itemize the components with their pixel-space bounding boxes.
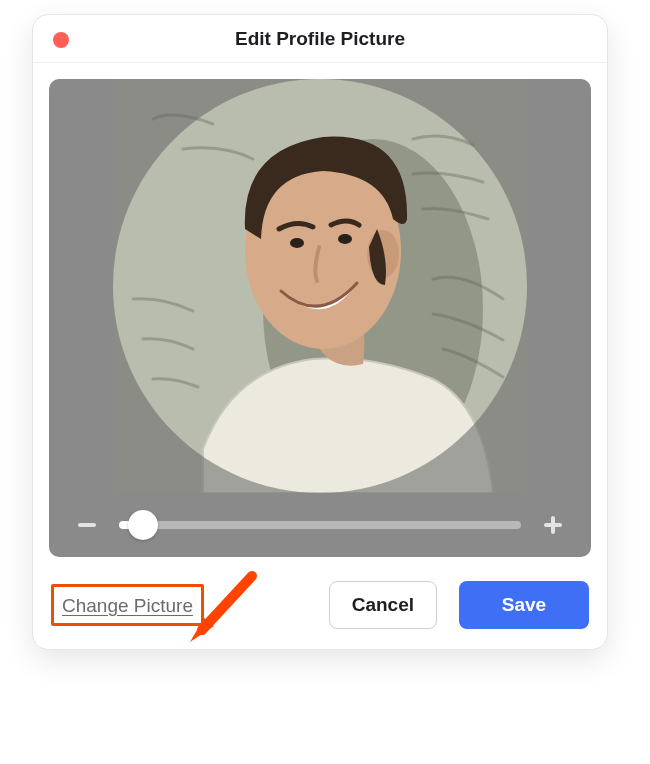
- svg-rect-9: [78, 523, 96, 527]
- image-stage[interactable]: [49, 79, 591, 493]
- svg-point-5: [338, 234, 352, 244]
- dialog-titlebar: Edit Profile Picture: [33, 15, 607, 63]
- dialog-body: Change Picture Cancel Save: [33, 63, 607, 649]
- change-picture-link[interactable]: Change Picture: [62, 595, 193, 617]
- save-button[interactable]: Save: [459, 581, 589, 629]
- annotation-highlight-box: Change Picture: [51, 584, 204, 626]
- zoom-out-icon[interactable]: [73, 511, 101, 539]
- svg-point-4: [290, 238, 304, 248]
- zoom-slider[interactable]: [119, 511, 521, 539]
- slider-thumb[interactable]: [128, 510, 158, 540]
- slider-track-empty: [143, 521, 521, 529]
- zoom-controls: [49, 493, 591, 557]
- edit-profile-picture-dialog: Edit Profile Picture: [32, 14, 608, 650]
- zoom-in-icon[interactable]: [539, 511, 567, 539]
- cancel-button[interactable]: Cancel: [329, 581, 437, 629]
- profile-photo: [113, 79, 527, 493]
- dialog-title: Edit Profile Picture: [235, 28, 405, 50]
- profile-photo-crop-area[interactable]: [113, 79, 527, 493]
- close-icon[interactable]: [53, 32, 69, 48]
- dialog-button-row: Change Picture Cancel Save: [49, 581, 591, 629]
- image-editor: [49, 79, 591, 557]
- svg-rect-11: [551, 516, 555, 534]
